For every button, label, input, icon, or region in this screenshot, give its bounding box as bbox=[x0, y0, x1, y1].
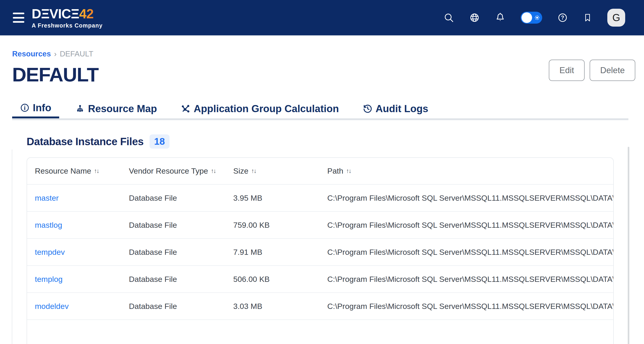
size-cell: 506.00 KB bbox=[233, 275, 327, 284]
main-content: Resources › DEFAULT DEFAULT Edit Delete … bbox=[0, 50, 644, 344]
table-row-partial bbox=[27, 320, 613, 344]
column-header-vendor-resource-type[interactable]: Vendor Resource Type ↑↓ bbox=[129, 166, 233, 176]
top-navigation-bar: DΞVICΞ42 A Freshworks Company bbox=[0, 0, 644, 36]
resource-name-link[interactable]: tempdev bbox=[35, 248, 129, 256]
database-instance-files-table: Resource Name ↑↓ Vendor Resource Type ↑↓… bbox=[26, 157, 614, 344]
column-header-path[interactable]: Path ↑↓ bbox=[327, 166, 613, 176]
toggle-knob bbox=[522, 12, 532, 23]
table-header-row: Resource Name ↑↓ Vendor Resource Type ↑↓… bbox=[27, 158, 613, 184]
panel-left-border bbox=[12, 150, 12, 344]
vendor-resource-type-cell: Database File bbox=[129, 194, 233, 202]
resource-name-link[interactable]: mastlog bbox=[35, 220, 129, 230]
resource-name-link[interactable]: modeldev bbox=[35, 302, 129, 311]
info-icon bbox=[20, 103, 30, 112]
size-cell: 7.91 MB bbox=[233, 248, 327, 256]
globe-icon[interactable] bbox=[469, 12, 480, 23]
table-row: mastlog Database File 759.00 KB C:\Progr… bbox=[27, 212, 613, 239]
size-cell: 3.03 MB bbox=[233, 302, 327, 311]
table-row: tempdev Database File 7.91 MB C:\Program… bbox=[27, 239, 613, 266]
edit-button[interactable]: Edit bbox=[549, 60, 584, 81]
molecule-icon bbox=[181, 104, 190, 114]
tab-audit-logs[interactable]: Audit Logs bbox=[355, 99, 436, 118]
tab-resource-map[interactable]: Resource Map bbox=[68, 99, 165, 118]
sort-icon[interactable]: ↑↓ bbox=[94, 168, 99, 174]
sort-icon[interactable]: ↑↓ bbox=[346, 168, 351, 174]
table-row: templog Database File 506.00 KB C:\Progr… bbox=[27, 266, 613, 293]
tab-application-group-calculation-label: Application Group Calculation bbox=[194, 103, 339, 114]
user-avatar[interactable]: G bbox=[607, 9, 625, 26]
tab-info-label: Info bbox=[33, 102, 51, 114]
path-cell: C:\Program Files\Microsoft SQL Server\MS… bbox=[327, 194, 613, 202]
sitemap-icon bbox=[75, 104, 85, 114]
sun-icon bbox=[534, 14, 540, 21]
vendor-resource-type-cell: Database File bbox=[129, 248, 233, 256]
path-cell: C:\Program Files\Microsoft SQL Server\MS… bbox=[327, 275, 613, 284]
sort-icon[interactable]: ↑↓ bbox=[251, 168, 256, 174]
size-cell: 759.00 KB bbox=[233, 220, 327, 230]
theme-toggle[interactable] bbox=[520, 12, 542, 24]
menu-icon[interactable] bbox=[13, 12, 24, 23]
tab-resource-map-label: Resource Map bbox=[88, 103, 157, 114]
column-header-resource-name[interactable]: Resource Name ↑↓ bbox=[35, 166, 129, 176]
brand-accent: 42 bbox=[79, 6, 94, 21]
path-cell: C:\Program Files\Microsoft SQL Server\MS… bbox=[327, 220, 613, 230]
help-icon[interactable]: ? bbox=[557, 12, 568, 23]
section-header: Database Instance Files 18 bbox=[26, 134, 644, 148]
count-badge: 18 bbox=[150, 134, 170, 148]
tab-info[interactable]: Info bbox=[12, 99, 59, 118]
table-row: modeldev Database File 3.03 MB C:\Progra… bbox=[27, 293, 613, 320]
brand-subtitle: A Freshworks Company bbox=[32, 23, 102, 28]
info-tab-panel: Database Instance Files 18 Resource Name… bbox=[12, 134, 644, 344]
tab-application-group-calculation[interactable]: Application Group Calculation bbox=[173, 99, 346, 118]
svg-text:?: ? bbox=[561, 15, 564, 21]
resource-name-link[interactable]: master bbox=[35, 194, 129, 202]
tab-bar: Info Resource Map bbox=[12, 99, 628, 120]
brand-name: DΞVICΞ bbox=[32, 6, 79, 21]
table-row: master Database File 3.95 MB C:\Program … bbox=[27, 184, 613, 212]
path-cell: C:\Program Files\Microsoft SQL Server\MS… bbox=[327, 302, 613, 311]
vendor-resource-type-cell: Database File bbox=[129, 275, 233, 284]
breadcrumb: Resources › DEFAULT bbox=[12, 50, 644, 58]
path-cell: C:\Program Files\Microsoft SQL Server\MS… bbox=[327, 248, 613, 256]
brand-logo[interactable]: DΞVICΞ42 A Freshworks Company bbox=[32, 7, 102, 28]
notifications-bell-icon[interactable] bbox=[495, 12, 506, 23]
topbar-actions: ? G bbox=[444, 9, 625, 26]
sort-icon[interactable]: ↑↓ bbox=[211, 168, 216, 174]
tab-audit-logs-label: Audit Logs bbox=[376, 103, 428, 114]
page-actions: Edit Delete bbox=[549, 60, 635, 81]
breadcrumb-resources-link[interactable]: Resources bbox=[12, 50, 51, 58]
history-icon bbox=[363, 104, 372, 114]
avatar-initial: G bbox=[612, 12, 620, 24]
section-title: Database Instance Files bbox=[26, 135, 144, 148]
page: DΞVICΞ42 A Freshworks Company bbox=[0, 0, 644, 344]
breadcrumb-current: DEFAULT bbox=[60, 50, 93, 58]
vendor-resource-type-cell: Database File bbox=[129, 220, 233, 230]
breadcrumb-separator: › bbox=[54, 50, 57, 58]
vendor-resource-type-cell: Database File bbox=[129, 302, 233, 311]
vertical-scrollbar[interactable] bbox=[628, 147, 629, 344]
bookmark-icon[interactable] bbox=[583, 12, 592, 23]
column-header-size[interactable]: Size ↑↓ bbox=[233, 166, 327, 176]
search-icon[interactable] bbox=[444, 12, 454, 23]
delete-button[interactable]: Delete bbox=[590, 60, 635, 81]
resource-name-link[interactable]: templog bbox=[35, 275, 129, 284]
size-cell: 3.95 MB bbox=[233, 194, 327, 202]
